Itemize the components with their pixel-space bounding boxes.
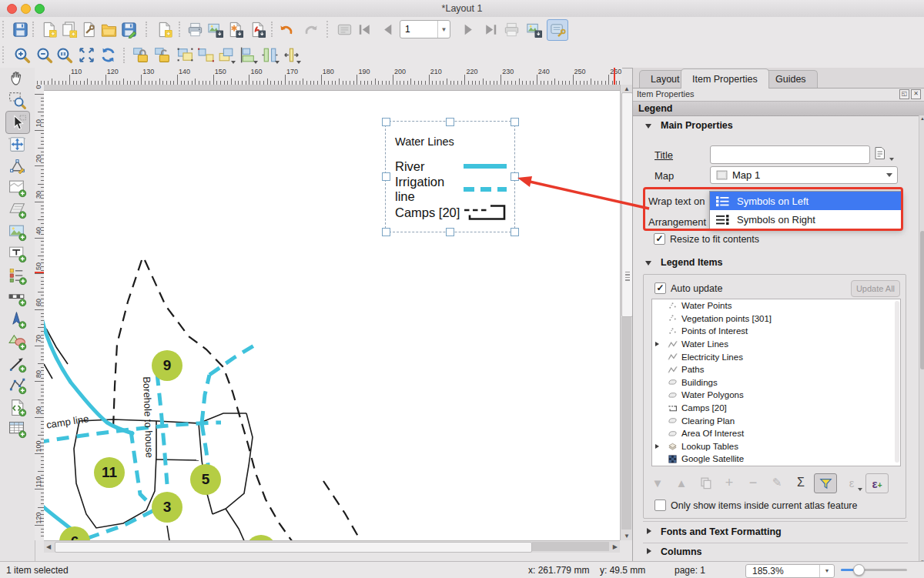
export-image-button[interactable] (205, 19, 225, 39)
expand-arrow-icon[interactable] (647, 528, 651, 534)
vertical-scroll-track[interactable] (621, 317, 631, 530)
filter-legend-by-map-button[interactable] (814, 473, 837, 493)
legend-list-item[interactable]: Water Lines (652, 338, 900, 351)
add-html-button[interactable] (5, 396, 28, 418)
scroll-right-arrow[interactable]: ▶ (613, 543, 618, 550)
option-symbols-on-right[interactable]: Symbols on Right (710, 210, 902, 229)
layout-manager-button[interactable] (79, 19, 99, 39)
add-item-button[interactable]: + (718, 473, 740, 492)
title-override-button[interactable] (872, 145, 894, 162)
zoom-out-button[interactable] (34, 45, 54, 65)
legend-list-item[interactable]: Paths (652, 363, 900, 376)
selection-handle[interactable] (511, 228, 519, 236)
toolbar-grip[interactable] (326, 21, 330, 38)
selection-handle[interactable] (446, 118, 454, 126)
legend-list-item[interactable]: Clearing Plan (652, 414, 900, 427)
legend-list-item[interactable]: Camps [20] (652, 402, 900, 415)
scroll-down-arrow[interactable]: ▼ (624, 533, 630, 540)
expand-arrow-icon[interactable] (655, 342, 659, 346)
zoom-full-button[interactable] (76, 45, 96, 65)
selection-handle[interactable] (382, 228, 390, 236)
export-svg-button[interactable] (225, 19, 245, 39)
collapse-arrow-icon[interactable] (645, 261, 651, 266)
canvas-horizontal-scrollbar[interactable]: ◀ ▶ (44, 540, 620, 553)
horizontal-scroll-thumb[interactable] (55, 542, 532, 553)
export-atlas-button[interactable] (524, 19, 544, 39)
lock-items-button[interactable] (130, 45, 150, 65)
atlas-preview-button[interactable] (334, 19, 354, 39)
update-all-button[interactable]: Update All (851, 280, 900, 297)
tab-item-properties[interactable]: Item Properties (681, 68, 769, 89)
distribute-dropdown-arrow[interactable] (275, 61, 280, 64)
add-3d-map-button[interactable] (5, 199, 28, 220)
atlas-settings-button[interactable] (547, 19, 568, 41)
add-expression-button[interactable]: ε+ (865, 473, 889, 493)
new-layout-button[interactable] (38, 19, 59, 39)
add-legend-button[interactable] (5, 265, 28, 286)
float-panel-button[interactable]: ◱ (899, 89, 909, 99)
move-item-up-button[interactable]: ▲ (671, 473, 692, 492)
list-scrollbar[interactable] (895, 301, 899, 463)
select-move-item-button[interactable] (5, 111, 30, 134)
add-north-arrow-button[interactable] (5, 309, 28, 330)
scroll-up-arrow[interactable]: ▲ (624, 85, 630, 92)
ungroup-items-button[interactable] (196, 45, 216, 65)
move-item-content-button[interactable] (5, 133, 28, 155)
add-scalebar-button[interactable] (5, 286, 28, 308)
redo-button[interactable] (301, 19, 321, 39)
remove-item-button[interactable]: − (742, 473, 764, 492)
add-shape-button[interactable] (5, 330, 28, 352)
legend-list-item[interactable]: Lookup Tables (652, 440, 900, 453)
add-table-button[interactable] (5, 418, 28, 439)
panel-scrollbar[interactable]: ▲ ▼ (919, 115, 924, 565)
edit-item-button[interactable]: ✎ (766, 473, 788, 492)
legend-list-item[interactable]: Google Satellite (652, 453, 900, 466)
add-pages-button[interactable] (154, 19, 174, 39)
print-layout-button[interactable] (185, 19, 205, 39)
close-panel-button[interactable]: ✕ (911, 89, 921, 99)
add-node-item-button[interactable] (5, 374, 28, 396)
selection-handle[interactable] (446, 228, 454, 236)
unlock-all-button[interactable] (152, 45, 172, 65)
selection-handle[interactable] (382, 172, 390, 181)
resize-items-button[interactable] (281, 45, 301, 65)
add-arrow-button[interactable] (5, 352, 28, 374)
expand-arrow-icon[interactable] (647, 548, 651, 554)
save-as-template-button[interactable] (119, 19, 139, 39)
toolbar-grip[interactable] (2, 46, 5, 63)
vertical-scroll-thumb[interactable] (621, 92, 633, 317)
atlas-page-input[interactable] (400, 21, 437, 38)
align-dropdown-arrow[interactable] (253, 61, 258, 64)
export-pdf-button[interactable] (247, 19, 267, 39)
canvas-vertical-scrollbar[interactable]: ▲ ▼ (620, 85, 632, 540)
previous-feature-button[interactable] (377, 19, 397, 39)
print-atlas-button[interactable] (501, 19, 521, 39)
filter-by-expression-button[interactable]: ε (839, 473, 864, 492)
last-feature-button[interactable] (480, 19, 500, 39)
collapse-arrow-icon[interactable] (645, 124, 651, 129)
selection-handle[interactable] (511, 172, 519, 181)
option-symbols-on-left[interactable]: Symbols on Left (710, 192, 902, 210)
legend-list-item[interactable]: Water Polygons (652, 389, 900, 402)
expand-arrow-icon[interactable] (655, 444, 659, 449)
add-map-button[interactable] (5, 177, 28, 199)
map-item[interactable] (44, 90, 620, 540)
zoom-combo-arrow[interactable]: ▼ (819, 565, 834, 577)
resize-checkbox[interactable]: ✓ (654, 233, 665, 245)
group-items-button[interactable] (175, 45, 195, 65)
zoom-tool-button[interactable] (5, 89, 28, 111)
duplicate-layout-button[interactable] (59, 19, 79, 39)
open-project-button[interactable] (99, 19, 119, 39)
zoom-slider-thumb[interactable] (853, 564, 865, 576)
legend-list-item[interactable]: Area Of Interest (652, 427, 900, 440)
zoom-level-combo[interactable]: 185.3% ▼ (745, 564, 835, 578)
selection-handle[interactable] (511, 118, 519, 126)
add-picture-button[interactable] (5, 221, 28, 242)
raise-dropdown-arrow[interactable] (231, 61, 236, 64)
map-select-combo[interactable]: Map 1 (710, 166, 898, 184)
first-feature-button[interactable] (354, 19, 374, 39)
move-item-down-button[interactable]: ▼ (647, 473, 668, 492)
resize-dropdown-arrow[interactable] (296, 61, 301, 64)
toolbar-grip[interactable] (2, 21, 5, 38)
pan-tool-button[interactable] (5, 67, 28, 89)
